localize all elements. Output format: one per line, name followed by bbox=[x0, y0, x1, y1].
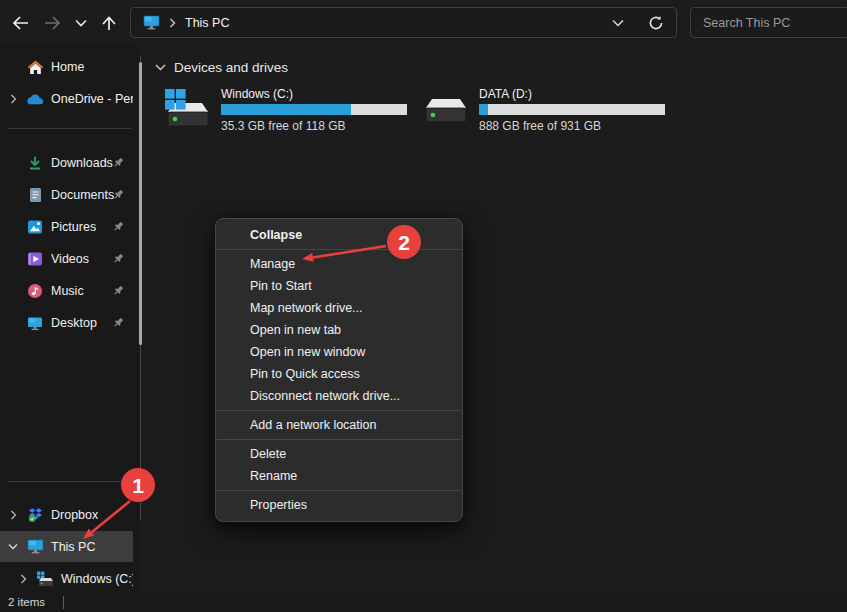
search-input[interactable] bbox=[701, 15, 839, 31]
windows-drive-icon bbox=[36, 570, 54, 588]
sidebar-item-label: Downloads bbox=[51, 156, 113, 170]
context-menu-item-disconnect-network-drive[interactable]: Disconnect network drive... bbox=[216, 385, 462, 407]
sidebar-item-label: Music bbox=[51, 284, 84, 298]
context-menu-item-delete[interactable]: Delete bbox=[216, 443, 462, 465]
sidebar-item-label: Documents bbox=[51, 188, 114, 202]
recent-locations-button[interactable] bbox=[68, 10, 94, 36]
context-menu-item-open-in-new-tab[interactable]: Open in new tab bbox=[216, 319, 462, 341]
breadcrumb-this-pc[interactable]: This PC bbox=[185, 16, 229, 30]
drive-data-d[interactable]: DATA (D:) 888 GB free of 931 GB bbox=[422, 84, 672, 136]
back-button[interactable] bbox=[7, 10, 33, 36]
pc-monitor-icon bbox=[143, 15, 160, 30]
sidebar-item-label: Dropbox bbox=[51, 508, 98, 522]
chevron-right-icon[interactable] bbox=[16, 574, 30, 584]
chevron-right-icon[interactable] bbox=[6, 510, 20, 520]
home-icon bbox=[26, 58, 44, 76]
statusbar-divider bbox=[63, 596, 64, 609]
chevron-right-icon[interactable] bbox=[6, 94, 20, 104]
this-pc-monitor-icon bbox=[26, 538, 44, 556]
sidebar-item-onedrive[interactable]: OneDrive - Perso bbox=[0, 84, 133, 114]
drive-usage-fill bbox=[479, 104, 488, 115]
drive-name: Windows (C:) bbox=[221, 87, 407, 101]
refresh-icon[interactable] bbox=[648, 15, 664, 31]
address-bar[interactable]: This PC bbox=[130, 7, 677, 38]
arrow-right-icon bbox=[43, 15, 62, 31]
arrow-left-icon bbox=[11, 15, 30, 31]
context-menu-item-pin-to-start[interactable]: Pin to Start bbox=[216, 275, 462, 297]
status-bar: 2 items bbox=[0, 592, 847, 612]
drive-free-space-label: 888 GB free of 931 GB bbox=[479, 119, 665, 133]
sidebar-item-label: Pictures bbox=[51, 220, 96, 234]
chevron-down-icon[interactable] bbox=[6, 543, 20, 550]
section-collapse-chevron-icon[interactable] bbox=[155, 64, 166, 71]
sidebar-item-pictures[interactable]: Pictures bbox=[0, 212, 133, 242]
section-header-label: Devices and drives bbox=[174, 60, 288, 75]
context-menu: Collapse Manage Pin to Start Map network… bbox=[215, 218, 463, 522]
sidebar-item-label: Windows (C:) bbox=[61, 572, 133, 586]
sidebar-item-windows-c[interactable]: Windows (C:) bbox=[0, 564, 133, 594]
pin-icon bbox=[111, 156, 125, 170]
item-count-label: 2 items bbox=[8, 596, 45, 608]
videos-icon bbox=[26, 250, 44, 268]
context-menu-separator bbox=[217, 490, 461, 491]
context-menu-item-add-network-location[interactable]: Add a network location bbox=[216, 414, 462, 436]
drive-free-space-label: 35.3 GB free of 118 GB bbox=[221, 119, 407, 133]
pin-icon bbox=[111, 284, 125, 298]
sidebar-item-desktop[interactable]: Desktop bbox=[0, 308, 133, 338]
navigation-sidebar: Home OneDrive - Perso Downloads bbox=[0, 46, 141, 592]
sidebar-item-downloads[interactable]: Downloads bbox=[0, 148, 133, 178]
context-menu-item-collapse[interactable]: Collapse bbox=[216, 224, 462, 246]
drive-name: DATA (D:) bbox=[479, 87, 665, 101]
onedrive-icon bbox=[26, 90, 44, 108]
chevron-down-icon bbox=[75, 19, 87, 27]
system-drive-icon bbox=[164, 89, 212, 131]
dropbox-icon bbox=[26, 506, 44, 524]
search-box[interactable] bbox=[690, 7, 847, 38]
sidebar-item-music[interactable]: Music bbox=[0, 276, 133, 306]
sidebar-item-label: This PC bbox=[51, 540, 95, 554]
pin-icon bbox=[111, 188, 125, 202]
context-menu-separator bbox=[217, 249, 461, 250]
windows-logo-icon bbox=[165, 89, 186, 110]
forward-button[interactable] bbox=[39, 10, 65, 36]
context-menu-item-pin-to-quick-access[interactable]: Pin to Quick access bbox=[216, 363, 462, 385]
downloads-icon bbox=[26, 154, 44, 172]
sidebar-item-thispc[interactable]: This PC bbox=[0, 531, 133, 562]
breadcrumb-chevron-icon bbox=[169, 18, 176, 28]
sidebar-scrollbar-thumb[interactable] bbox=[139, 62, 142, 345]
sidebar-item-label: Videos bbox=[51, 252, 89, 266]
drive-usage-bar bbox=[479, 104, 665, 115]
pin-icon bbox=[111, 252, 125, 266]
sidebar-divider bbox=[8, 128, 132, 129]
documents-icon bbox=[26, 186, 44, 204]
pictures-icon bbox=[26, 218, 44, 236]
file-explorer-window: { "colors": { "accent": "#2b9fd8", "bar_… bbox=[0, 0, 847, 612]
devices-and-drives-header[interactable]: Devices and drives bbox=[155, 60, 288, 75]
sidebar-item-documents[interactable]: Documents bbox=[0, 180, 133, 210]
drive-usage-fill bbox=[221, 104, 351, 115]
sidebar-item-label: OneDrive - Perso bbox=[51, 92, 133, 106]
context-menu-separator bbox=[217, 410, 461, 411]
context-menu-item-properties[interactable]: Properties bbox=[216, 494, 462, 516]
address-dropdown-icon[interactable] bbox=[612, 19, 624, 27]
sidebar-item-label: Home bbox=[51, 60, 84, 74]
sidebar-item-videos[interactable]: Videos bbox=[0, 244, 133, 274]
up-button[interactable] bbox=[96, 10, 122, 36]
sidebar-item-dropbox[interactable]: Dropbox bbox=[0, 500, 133, 530]
context-menu-item-manage[interactable]: Manage bbox=[216, 253, 462, 275]
music-icon bbox=[26, 282, 44, 300]
context-menu-item-open-in-new-window[interactable]: Open in new window bbox=[216, 341, 462, 363]
sidebar-divider bbox=[8, 481, 132, 482]
context-menu-item-rename[interactable]: Rename bbox=[216, 465, 462, 487]
data-drive-icon bbox=[422, 89, 470, 131]
toolbar: This PC bbox=[0, 0, 847, 46]
context-menu-separator bbox=[217, 439, 461, 440]
context-menu-item-map-network-drive[interactable]: Map network drive... bbox=[216, 297, 462, 319]
arrow-up-icon bbox=[101, 15, 117, 32]
pin-icon bbox=[111, 220, 125, 234]
drive-usage-bar bbox=[221, 104, 407, 115]
sidebar-item-label: Desktop bbox=[51, 316, 97, 330]
drive-windows-c[interactable]: Windows (C:) 35.3 GB free of 118 GB bbox=[164, 84, 414, 136]
sidebar-item-home[interactable]: Home bbox=[0, 52, 133, 82]
pin-icon bbox=[111, 316, 125, 330]
